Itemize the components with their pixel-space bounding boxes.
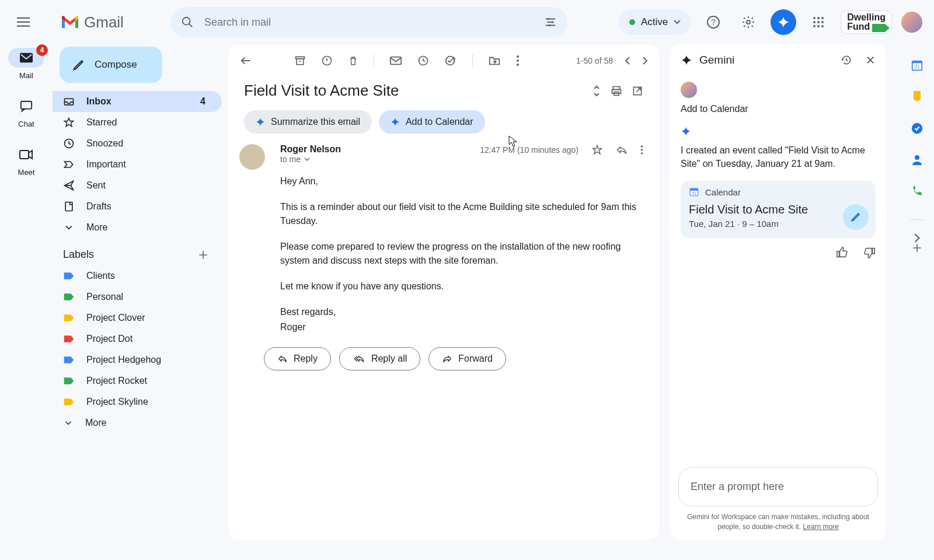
svg-rect-2 bbox=[17, 26, 30, 27]
svg-point-13 bbox=[821, 17, 824, 19]
gemini-spark-button[interactable] bbox=[771, 9, 796, 35]
search-options-icon[interactable] bbox=[544, 16, 557, 29]
search-bar[interactable] bbox=[170, 7, 567, 37]
apps-button[interactable] bbox=[806, 9, 831, 35]
calendar-event-card[interactable]: 31 Calendar Field Visit to Acme Site Tue… bbox=[681, 181, 876, 238]
folder-snoozed[interactable]: Snoozed bbox=[53, 133, 222, 154]
move-to-button[interactable] bbox=[488, 55, 501, 66]
svg-point-32 bbox=[517, 55, 519, 58]
reply-icon bbox=[277, 355, 288, 363]
expand-collapse-button[interactable] bbox=[592, 85, 601, 97]
body-p3: Please come prepared to review the progr… bbox=[280, 240, 643, 268]
prev-page-button[interactable] bbox=[625, 56, 630, 65]
status-label: Active bbox=[641, 16, 668, 28]
labels-more[interactable]: More bbox=[53, 412, 222, 433]
history-button[interactable] bbox=[841, 54, 852, 66]
meet-icon bbox=[19, 149, 33, 160]
label-project-skyline[interactable]: Project Skyline bbox=[53, 391, 222, 412]
search-input[interactable] bbox=[204, 16, 534, 29]
draft-icon bbox=[63, 201, 75, 212]
rail-meet[interactable]: Meet bbox=[8, 145, 44, 177]
mark-unread-button[interactable] bbox=[389, 55, 402, 66]
svg-rect-22 bbox=[20, 150, 29, 159]
svg-rect-43 bbox=[690, 188, 698, 191]
thumbs-up-button[interactable] bbox=[836, 246, 849, 259]
folder-starred[interactable]: Starred bbox=[53, 112, 222, 133]
settings-button[interactable] bbox=[736, 9, 761, 35]
labels-heading: Labels bbox=[63, 249, 94, 261]
spark-icon bbox=[256, 117, 265, 127]
inbox-icon bbox=[63, 96, 75, 107]
gemini-prompt-input[interactable]: Enter a prompt here bbox=[678, 467, 878, 506]
calendar-app-button[interactable]: 31 bbox=[910, 58, 924, 72]
contacts-app-button[interactable] bbox=[910, 153, 924, 167]
folder-inbox[interactable]: Inbox4 bbox=[53, 91, 222, 112]
back-button[interactable] bbox=[239, 54, 252, 67]
label-project-dot[interactable]: Project Dot bbox=[53, 328, 222, 349]
gemini-response: I created an event called "Field Visit t… bbox=[681, 144, 876, 170]
label-personal[interactable]: Personal bbox=[53, 286, 222, 307]
label-tag-icon bbox=[63, 313, 75, 323]
folder-drafts[interactable]: Drafts bbox=[53, 196, 222, 217]
to-text: to me bbox=[280, 155, 301, 164]
compose-button[interactable]: Compose bbox=[60, 47, 162, 83]
svg-point-15 bbox=[817, 21, 820, 23]
body-p6: Roger bbox=[280, 320, 643, 334]
print-button[interactable] bbox=[611, 85, 622, 97]
label-project-hedgehog[interactable]: Project Hedgehog bbox=[53, 349, 222, 370]
reply-label: Reply bbox=[294, 354, 318, 364]
voice-app-button[interactable] bbox=[910, 184, 924, 198]
tasks-app-button[interactable] bbox=[910, 121, 924, 135]
delete-button[interactable] bbox=[348, 55, 358, 66]
spark-icon bbox=[681, 126, 691, 136]
svg-text:31: 31 bbox=[692, 191, 696, 195]
add-label-button[interactable] bbox=[197, 249, 209, 261]
open-new-window-button[interactable] bbox=[632, 85, 643, 97]
divider bbox=[910, 219, 924, 220]
account-avatar[interactable] bbox=[901, 12, 922, 33]
keep-app-button[interactable] bbox=[910, 90, 924, 104]
calendar-label: Calendar bbox=[705, 187, 741, 197]
add-task-button[interactable] bbox=[444, 54, 457, 67]
org-badge[interactable]: Dwelling Fund bbox=[841, 10, 892, 34]
recipient-line[interactable]: to me bbox=[280, 155, 643, 164]
folder-sent[interactable]: Sent bbox=[53, 175, 222, 196]
folder-important[interactable]: Important bbox=[53, 154, 222, 175]
more-actions-button[interactable] bbox=[516, 55, 520, 66]
help-button[interactable]: ? bbox=[700, 9, 726, 35]
search-icon bbox=[181, 16, 194, 29]
archive-button[interactable] bbox=[294, 55, 306, 66]
reply-all-icon bbox=[353, 355, 365, 363]
status-active-chip[interactable]: Active bbox=[619, 9, 691, 35]
folder-more[interactable]: More bbox=[53, 217, 222, 238]
rail-chat[interactable]: Chat bbox=[8, 96, 44, 128]
summarize-chip[interactable]: Summarize this email bbox=[244, 110, 372, 134]
rail-meet-label: Meet bbox=[18, 168, 35, 177]
label-project-rocket[interactable]: Project Rocket bbox=[53, 370, 222, 391]
next-page-button[interactable] bbox=[642, 56, 648, 65]
label-project-clover[interactable]: Project Clover bbox=[53, 307, 222, 328]
snooze-button[interactable] bbox=[417, 55, 429, 66]
rail-chat-label: Chat bbox=[18, 120, 34, 128]
spam-button[interactable] bbox=[321, 55, 333, 66]
help-icon: ? bbox=[706, 15, 720, 29]
star-button[interactable] bbox=[591, 144, 603, 156]
add-to-calendar-chip[interactable]: Add to Calendar bbox=[379, 110, 485, 134]
reply-all-button[interactable]: Reply all bbox=[339, 347, 420, 370]
org-line1: Dwelling bbox=[847, 13, 886, 22]
main-menu-button[interactable] bbox=[9, 8, 37, 36]
message-more-button[interactable] bbox=[640, 145, 643, 155]
learn-more-link[interactable]: Learn more bbox=[803, 523, 838, 531]
chevron-down-icon bbox=[63, 418, 74, 428]
thumbs-down-button[interactable] bbox=[863, 246, 876, 259]
svg-point-33 bbox=[517, 60, 519, 62]
send-icon bbox=[63, 180, 75, 191]
close-gemini-button[interactable] bbox=[865, 55, 876, 65]
reply-button[interactable]: Reply bbox=[264, 347, 331, 370]
forward-button[interactable]: Forward bbox=[428, 347, 506, 370]
folder-label: Snoozed bbox=[86, 138, 123, 149]
reply-icon-button[interactable] bbox=[616, 145, 628, 155]
label-clients[interactable]: Clients bbox=[53, 265, 222, 286]
rail-mail[interactable]: 4 Mail bbox=[8, 48, 44, 80]
collapse-rail-button[interactable] bbox=[914, 233, 921, 243]
